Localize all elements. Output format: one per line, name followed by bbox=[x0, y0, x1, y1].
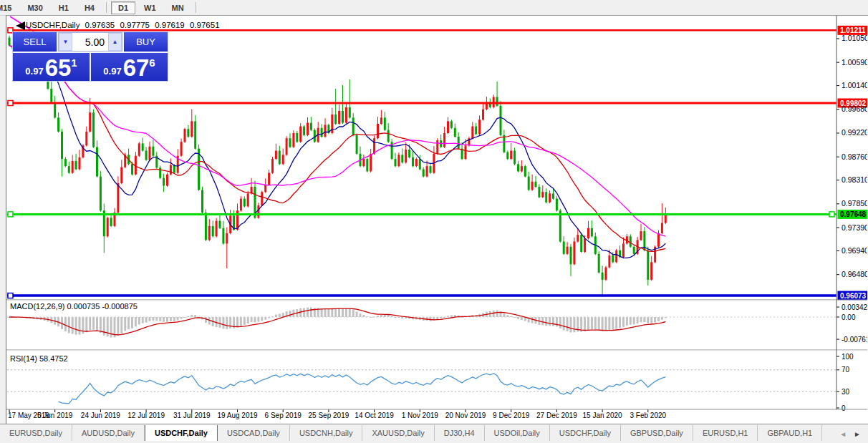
period-button-h1[interactable]: H1 bbox=[52, 1, 76, 14]
svg-text:0.98310: 0.98310 bbox=[842, 175, 867, 184]
svg-text:100: 100 bbox=[842, 353, 854, 361]
x-axis-label: 25 Sep 2019 bbox=[309, 412, 349, 419]
x-axis-label: 9 Dec 2019 bbox=[493, 412, 530, 419]
chart-tab-usdcad-daily[interactable]: USDCAD,Daily bbox=[218, 425, 290, 441]
svg-text:1.01211: 1.01211 bbox=[840, 26, 866, 34]
x-axis-label: 20 Nov 2019 bbox=[445, 412, 486, 419]
svg-text:0.97390: 0.97390 bbox=[842, 223, 867, 232]
svg-text:-0.007615: -0.007615 bbox=[842, 336, 867, 344]
x-axis-label: 31 Jul 2019 bbox=[173, 412, 211, 419]
svg-text:0.98760: 0.98760 bbox=[842, 152, 867, 161]
mt4-window: M15M30H1H4D1W1MN MACD(12,26,9) 0.000735 … bbox=[0, 0, 868, 443]
hline-handle bbox=[8, 212, 13, 217]
period-button-d1[interactable]: D1 bbox=[111, 1, 135, 14]
buy-price-pip: 6 bbox=[149, 57, 155, 69]
period-toolbar: M15M30H1H4D1W1MN bbox=[0, 0, 868, 16]
svg-text:30: 30 bbox=[842, 388, 850, 396]
svg-text:0.96073: 0.96073 bbox=[840, 292, 867, 300]
tab-scroll-left-button[interactable]: ◄ bbox=[839, 430, 847, 438]
sell-button[interactable]: SELL bbox=[13, 32, 58, 52]
x-axis-label: 27 Dec 2019 bbox=[536, 412, 577, 419]
period-button-m15[interactable]: M15 bbox=[0, 1, 19, 14]
toolbar-separator bbox=[106, 2, 107, 13]
period-button-h4[interactable]: H4 bbox=[77, 1, 102, 14]
sell-price-prefix: 0.97 bbox=[25, 66, 43, 77]
svg-text:0.003428: 0.003428 bbox=[842, 303, 867, 311]
hline-handle bbox=[8, 293, 13, 298]
macd-label: MACD(12,26,9) 0.000735 -0.000875 bbox=[10, 302, 138, 311]
svg-text:0.97648: 0.97648 bbox=[840, 210, 867, 218]
chart-tab-xauusd-daily[interactable]: XAUUSD,Daily bbox=[362, 425, 434, 441]
buy-price-big: 67 bbox=[123, 57, 150, 79]
x-axis-label: 12 Jul 2019 bbox=[127, 412, 165, 419]
buy-price-button[interactable]: 0.97 67 6 bbox=[91, 53, 168, 81]
svg-text:1.00590: 1.00590 bbox=[842, 58, 867, 67]
period-button-m30[interactable]: M30 bbox=[20, 1, 49, 14]
ohlc-close: 0.97651 bbox=[190, 21, 220, 29]
rsi-label: RSI(14) 58.4752 bbox=[10, 354, 68, 363]
x-axis-label: 19 Aug 2019 bbox=[217, 412, 258, 419]
tab-scroll-right-button[interactable]: ► bbox=[854, 430, 861, 438]
chart-shift-arrow-icon bbox=[16, 21, 25, 30]
toolbar-separator bbox=[196, 2, 196, 13]
tab-scroll-controls: ◄ ► bbox=[832, 424, 868, 443]
svg-text:0.96480: 0.96480 bbox=[842, 270, 867, 278]
ohlc-high: 0.97775 bbox=[120, 21, 150, 29]
period-buttons: M15M30H1H4D1W1MN bbox=[0, 1, 200, 14]
chart-window: MACD(12,26,9) 0.000735 -0.000875RSI(14) … bbox=[6, 15, 868, 424]
svg-text:70: 70 bbox=[842, 366, 850, 374]
one-click-trading-panel: SELL ▼ 5.00 ▲ BUY 0.97 65 1 0.97 67 6 bbox=[12, 31, 168, 82]
x-axis-label: 15 Jan 2020 bbox=[583, 412, 622, 419]
x-axis-label: 1 Nov 2019 bbox=[402, 412, 439, 419]
chart-symbol-title: USDCHF,Daily bbox=[26, 21, 79, 29]
chart-tab-eurusd-daily[interactable]: EURUSD,Daily bbox=[0, 425, 72, 441]
svg-text:0.00: 0.00 bbox=[842, 313, 856, 321]
chart-tab-usdchf-daily[interactable]: USDCHF,Daily bbox=[145, 425, 218, 441]
lot-increase-button[interactable]: ▲ bbox=[108, 33, 122, 51]
svg-text:0.97850: 0.97850 bbox=[842, 199, 867, 208]
chart-tabs: EURUSD,DailyAUDUSD,DailyUSDCHF,DailyUSDC… bbox=[0, 425, 832, 441]
x-axis-label: 3 Feb 2020 bbox=[630, 412, 666, 419]
hline-handle bbox=[8, 101, 13, 106]
x-axis-label: 14 Oct 2019 bbox=[355, 412, 394, 419]
lot-size-stepper: ▼ 5.00 ▲ bbox=[58, 32, 122, 52]
sell-price-big: 65 bbox=[45, 57, 72, 79]
buy-button[interactable]: BUY bbox=[122, 32, 168, 52]
period-button-mn[interactable]: MN bbox=[165, 1, 191, 14]
ohlc-open: 0.97635 bbox=[85, 21, 115, 29]
ohlc-low: 0.97619 bbox=[155, 21, 185, 29]
chart-tab-gbpusd-daily[interactable]: GBPUSD,Daily bbox=[621, 425, 693, 441]
chart-title-bar: USDCHF,Daily 0.97635 0.97775 0.97619 0.9… bbox=[26, 21, 223, 29]
svg-text:0.99680: 0.99680 bbox=[842, 104, 867, 113]
lot-size-value[interactable]: 5.00 bbox=[72, 33, 108, 51]
chart-tab-usdoil-daily[interactable]: USDOil,Daily bbox=[485, 425, 550, 441]
x-axis-label: 24 Jun 2019 bbox=[81, 412, 120, 419]
chart-tab-usdcnh-daily[interactable]: USDCNH,Daily bbox=[290, 425, 363, 441]
period-button-w1[interactable]: W1 bbox=[137, 1, 163, 14]
lot-decrease-button[interactable]: ▼ bbox=[59, 33, 72, 51]
chart-tab-usdchf-daily[interactable]: USDCHF,Daily bbox=[550, 425, 621, 441]
sell-price-button[interactable]: 0.97 65 1 bbox=[13, 53, 90, 81]
svg-text:0.96940: 0.96940 bbox=[842, 246, 867, 255]
sell-price-pip: 1 bbox=[71, 57, 77, 69]
chart-tab-bar: EURUSD,DailyAUDUSD,DailyUSDCHF,DailyUSDC… bbox=[0, 424, 868, 443]
buy-price-prefix: 0.97 bbox=[103, 66, 121, 77]
svg-text:0.99220: 0.99220 bbox=[842, 128, 867, 137]
chart-tab-dj30-h4[interactable]: DJ30,H4 bbox=[435, 425, 485, 441]
svg-text:1.01050: 1.01050 bbox=[842, 34, 867, 42]
chart-tab-gbpaud-h1[interactable]: GBPAUD,H1 bbox=[758, 425, 822, 441]
hline-handle-right bbox=[829, 212, 834, 217]
x-axis-label: 6 Sep 2019 bbox=[265, 412, 302, 419]
svg-text:0: 0 bbox=[842, 404, 846, 412]
svg-text:1.00140: 1.00140 bbox=[842, 81, 867, 89]
chart-tab-eurusd-h1[interactable]: EURUSD,H1 bbox=[693, 425, 758, 441]
chart-tab-audusd-daily[interactable]: AUDUSD,Daily bbox=[72, 425, 145, 441]
x-axis-label: 5 Jun 2019 bbox=[37, 412, 73, 419]
